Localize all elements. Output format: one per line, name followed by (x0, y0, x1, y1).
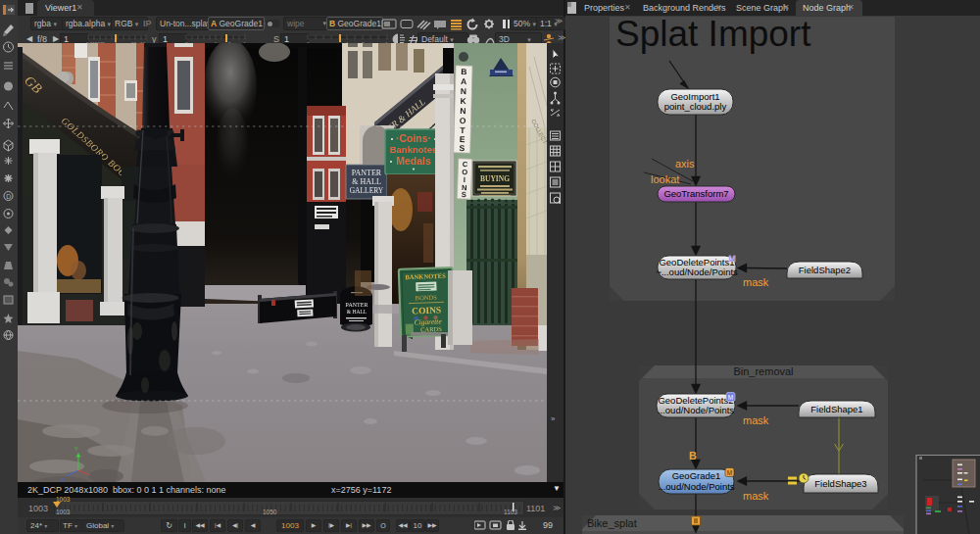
svg-text:~...oud/Node/Points: ~...oud/Node/Points (656, 267, 738, 277)
svg-text:& HALL: & HALL (347, 309, 368, 315)
svg-text:FieldShape1: FieldShape1 (810, 404, 862, 414)
svg-text:...oud/Node/Points: ...oud/Node/Points (658, 481, 734, 492)
svg-text:Splat Import: Splat Import (615, 16, 811, 54)
svg-text:GeoTransform7: GeoTransform7 (663, 188, 728, 199)
svg-text:B: B (689, 450, 697, 461)
svg-text:CARDS: CARDS (420, 325, 442, 333)
svg-text:Bike_splat: Bike_splat (587, 517, 637, 529)
svg-text:...oud/Node/Points: ...oud/Node/Points (658, 405, 734, 415)
svg-text:BANKNOTES: BANKNOTES (405, 272, 446, 280)
svg-text:mask: mask (743, 276, 769, 288)
svg-text:mask: mask (743, 414, 769, 426)
svg-text:GeoGrade1: GeoGrade1 (672, 470, 721, 481)
svg-text:FieldShape3: FieldShape3 (814, 478, 866, 489)
svg-text:D: D (6, 193, 11, 200)
svg-text:COINS: COINS (412, 305, 441, 316)
svg-text:Y: Y (74, 446, 78, 452)
svg-text:M: M (728, 394, 733, 401)
svg-text:lookat: lookat (651, 173, 679, 185)
svg-text:Bin_removal: Bin_removal (733, 365, 793, 377)
svg-text:FieldShape2: FieldShape2 (799, 265, 851, 275)
svg-text:BONDS: BONDS (416, 294, 438, 302)
svg-text:M: M (727, 469, 732, 476)
svg-text:axis: axis (675, 158, 695, 170)
svg-text:PANTER: PANTER (346, 302, 368, 308)
svg-text:»: » (551, 414, 556, 423)
svg-text:point_cloud.ply: point_cloud.ply (664, 101, 727, 112)
svg-text:mask: mask (743, 490, 769, 502)
svg-text:M: M (728, 254, 736, 264)
